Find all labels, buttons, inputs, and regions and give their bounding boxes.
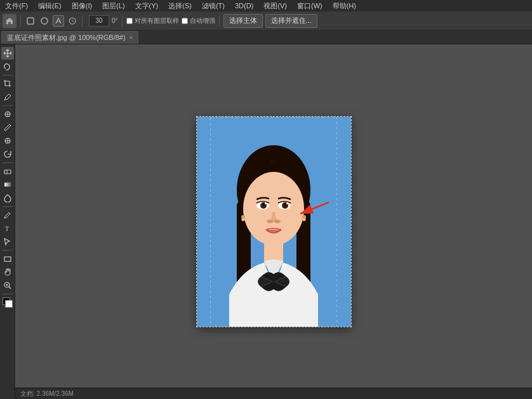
sample-all-layers-group: 对所有图层取样	[126, 16, 179, 25]
svg-point-29	[286, 203, 288, 204]
tool-crop[interactable]	[1, 77, 14, 90]
separator-1	[20, 15, 21, 27]
tool-history-brush[interactable]	[1, 148, 14, 160]
menu-bar: 文件(F) 编辑(E) 图像(I) 图层(L) 文字(Y) 选择(S) 滤镜(T…	[0, 0, 532, 11]
auto-enhance-label: 自动增强	[190, 16, 215, 25]
menu-3d[interactable]: 3D(D)	[232, 2, 256, 10]
photo-canvas	[197, 117, 351, 327]
svg-point-35	[303, 218, 306, 221]
svg-point-28	[265, 203, 266, 204]
main-area: T	[0, 44, 532, 399]
svg-rect-9	[4, 183, 11, 186]
canvas-area[interactable]	[15, 44, 532, 399]
menu-text[interactable]: 文字(Y)	[133, 1, 161, 11]
svg-rect-0	[27, 18, 34, 24]
left-separator-2	[3, 105, 13, 106]
tool-icon-3[interactable]	[53, 15, 64, 27]
home-button[interactable]	[3, 14, 17, 28]
left-separator-1	[3, 75, 13, 75]
menu-file[interactable]: 文件(F)	[3, 1, 30, 11]
tool-icon-1[interactable]	[25, 15, 36, 27]
menu-layer[interactable]: 图层(L)	[100, 1, 127, 11]
portrait-svg	[210, 117, 337, 327]
left-separator-5	[3, 250, 13, 251]
background-color[interactable]	[5, 300, 13, 308]
sample-all-layers-label: 对所有图层取样	[135, 16, 179, 25]
tool-pen[interactable]	[1, 209, 14, 221]
svg-point-1	[41, 18, 48, 24]
left-separator-4	[3, 206, 13, 207]
tool-brush[interactable]	[1, 121, 14, 134]
separator-2	[82, 15, 83, 27]
menu-help[interactable]: 帮助(H)	[330, 1, 359, 11]
menu-window[interactable]: 窗口(W)	[295, 1, 325, 11]
separator-3	[122, 15, 123, 27]
svg-point-31	[274, 219, 281, 223]
tab-close-button[interactable]: ×	[130, 34, 133, 41]
svg-line-13	[9, 287, 11, 289]
menu-select[interactable]: 选择(S)	[166, 1, 194, 11]
document-tab[interactable]: 蓝底证件照素材.jpg @ 100%(RGB/8#) ×	[1, 31, 138, 44]
tool-icon-4[interactable]	[67, 15, 78, 27]
tab-bar: 蓝底证件照素材.jpg @ 100%(RGB/8#) ×	[0, 30, 532, 44]
status-bar: 文档: 2.36M/2.36M	[15, 388, 532, 399]
separator-4	[219, 15, 220, 27]
svg-rect-7	[4, 170, 11, 174]
tool-blur[interactable]	[1, 192, 14, 204]
menu-image[interactable]: 图像(I)	[69, 1, 95, 11]
left-separator-6	[3, 294, 13, 294]
auto-enhance-group: 自动增强	[182, 16, 215, 25]
select-filter-button[interactable]: 选择并遮住...	[265, 14, 317, 28]
tool-eyedropper[interactable]	[1, 91, 14, 103]
left-toolbar: T	[0, 44, 15, 399]
tool-lasso[interactable]	[1, 60, 14, 73]
svg-point-21	[243, 172, 304, 245]
angle-label: 0°	[112, 17, 118, 24]
tab-filename: 蓝底证件照素材.jpg @ 100%(RGB/8#)	[7, 33, 126, 43]
tool-eraser[interactable]	[1, 165, 14, 178]
menu-view[interactable]: 视图(V)	[261, 1, 289, 11]
tool-healing[interactable]	[1, 108, 14, 121]
tool-text[interactable]: T	[1, 222, 14, 235]
tool-zoom[interactable]	[1, 279, 14, 292]
sample-all-layers-checkbox[interactable]	[126, 18, 133, 24]
tool-path-select[interactable]	[1, 235, 14, 248]
svg-point-30	[267, 219, 273, 223]
svg-text:T: T	[5, 225, 9, 232]
svg-point-34	[242, 218, 245, 221]
select-subject-button[interactable]: 选择主体	[223, 14, 263, 28]
brush-size-input[interactable]	[89, 15, 109, 27]
auto-enhance-checkbox[interactable]	[182, 18, 188, 24]
color-swatch[interactable]	[3, 298, 13, 308]
menu-edit[interactable]: 编辑(E)	[36, 1, 64, 11]
tool-gradient[interactable]	[1, 178, 14, 191]
svg-rect-11	[4, 257, 11, 261]
status-doc-info: 文档: 2.36M/2.36M	[20, 389, 74, 398]
tool-move[interactable]	[1, 47, 14, 60]
tool-icon-2[interactable]	[39, 15, 50, 27]
left-separator-3	[3, 162, 13, 163]
tool-clone[interactable]	[1, 134, 14, 147]
menu-filter[interactable]: 滤镜(T)	[199, 1, 227, 11]
tool-rectangle[interactable]	[1, 252, 14, 265]
toolbar: 0° 对所有图层取样 自动增强 选择主体 选择并遮住...	[0, 11, 532, 30]
tool-hand[interactable]	[1, 266, 14, 278]
